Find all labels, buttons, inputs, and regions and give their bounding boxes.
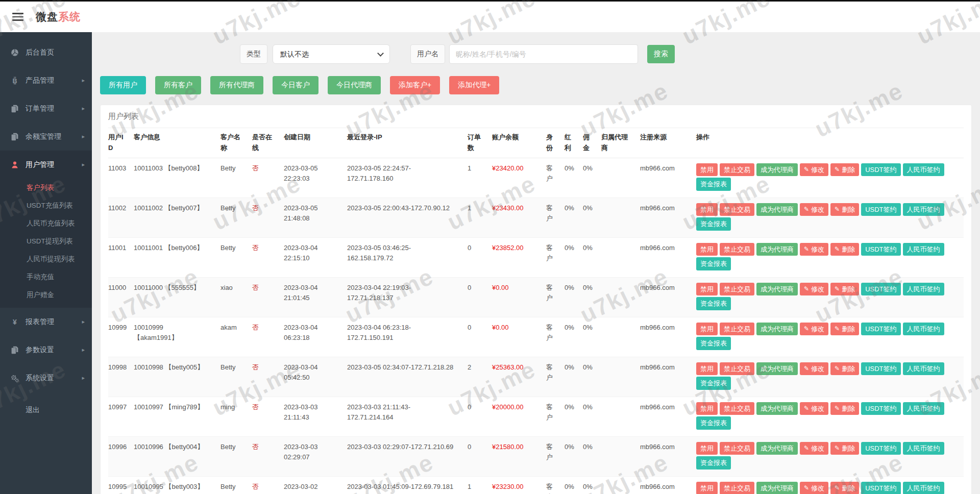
add-agent-button[interactable]: 添加代理+ [449,76,499,94]
make-agent-button[interactable]: 成为代理商 [756,283,798,296]
add-customer-button[interactable]: 添加客户+ [390,76,440,94]
ban-trade-button[interactable]: 禁止交易 [720,482,754,494]
edit-button[interactable]: ✎修改 [800,163,828,177]
make-agent-button[interactable]: 成为代理商 [756,243,798,256]
disable-button[interactable]: 禁用 [696,323,718,336]
usdt-sign-button[interactable]: USDT签约 [861,482,900,494]
funds-report-button[interactable]: 资金报表 [696,217,731,231]
funds-report-button[interactable]: 资金报表 [696,178,731,191]
sidebar-subitem-cny-withdraw-list[interactable]: 人民币提现列表 [0,250,92,268]
all-agents-button[interactable]: 所有代理商 [210,76,263,94]
search-button[interactable]: 搜索 [647,45,675,63]
usdt-sign-button[interactable]: USDT签约 [861,283,900,296]
cny-sign-button[interactable]: 人民币签约 [903,283,944,296]
disable-button[interactable]: 禁用 [696,163,718,177]
today-customers-button[interactable]: 今日客户 [273,76,318,94]
funds-report-button[interactable]: 资金报表 [696,257,731,270]
disable-button[interactable]: 禁用 [696,203,718,216]
usdt-sign-button[interactable]: USDT签约 [861,243,900,256]
delete-button[interactable]: ✎删除 [830,323,859,336]
sidebar-subitem-cny-deposit-list[interactable]: 人民币充值列表 [0,214,92,232]
cny-sign-button[interactable]: 人民币签约 [903,163,944,177]
sidebar-item-yuebao[interactable]: 余额宝管理▸ [0,122,92,151]
sidebar-subitem-usdt-withdraw-list[interactable]: USDT提现列表 [0,232,92,250]
usdt-sign-button[interactable]: USDT签约 [861,442,900,455]
sidebar-item-orders[interactable]: 订单管理▸ [0,94,92,122]
cny-sign-button[interactable]: 人民币签约 [903,362,944,376]
all-customers-button[interactable]: 所有客户 [155,76,201,94]
edit-button[interactable]: ✎修改 [800,283,828,296]
make-agent-button[interactable]: 成为代理商 [756,402,798,415]
sidebar-item-reports[interactable]: ¥报表管理▸ [0,308,92,336]
funds-report-button[interactable]: 资金报表 [696,337,731,350]
delete-button[interactable]: ✎删除 [830,283,859,296]
sidebar-subitem-user-bonus[interactable]: 用户赠金 [0,286,92,304]
menu-toggle-icon[interactable] [12,13,23,21]
usdt-sign-button[interactable]: USDT签约 [861,362,900,376]
sidebar-subitem-customer-list[interactable]: 客户列表 [0,179,92,196]
disable-button[interactable]: 禁用 [696,243,718,256]
today-agents-button[interactable]: 今日代理商 [328,76,381,94]
make-agent-button[interactable]: 成为代理商 [756,323,798,336]
make-agent-button[interactable]: 成为代理商 [756,482,798,494]
type-select[interactable]: 默认不选 [273,44,390,64]
edit-button[interactable]: ✎修改 [800,203,828,216]
usdt-sign-button[interactable]: USDT签约 [861,203,900,216]
sidebar-item-logout[interactable]: 退出 [0,396,92,424]
sidebar-item-users[interactable]: 用户管理▸ [0,151,92,179]
delete-button[interactable]: ✎删除 [830,442,859,455]
cny-sign-button[interactable]: 人民币签约 [903,323,944,336]
sidebar-item-dashboard[interactable]: 后台首页 [0,38,92,66]
disable-button[interactable]: 禁用 [696,362,718,376]
make-agent-button[interactable]: 成为代理商 [756,442,798,455]
funds-report-button[interactable]: 资金报表 [696,297,731,310]
cny-sign-button[interactable]: 人民币签约 [903,482,944,494]
edit-button[interactable]: ✎修改 [800,402,828,415]
cny-sign-button[interactable]: 人民币签约 [903,203,944,216]
make-agent-button[interactable]: 成为代理商 [756,163,798,177]
funds-report-button[interactable]: 资金报表 [696,416,731,430]
disable-button[interactable]: 禁用 [696,402,718,415]
edit-button[interactable]: ✎修改 [800,243,828,256]
ban-trade-button[interactable]: 禁止交易 [720,163,754,177]
sidebar-subitem-manual-deposit[interactable]: 手动充值 [0,268,92,286]
ban-trade-button[interactable]: 禁止交易 [720,402,754,415]
sidebar-item-products[interactable]: B产品管理▸ [0,66,92,94]
edit-button[interactable]: ✎修改 [800,482,828,494]
ban-trade-button[interactable]: 禁止交易 [720,203,754,216]
make-agent-button[interactable]: 成为代理商 [756,362,798,376]
sidebar-item-params[interactable]: 参数设置▸ [0,336,92,364]
cny-sign-button[interactable]: 人民币签约 [903,402,944,415]
delete-button[interactable]: ✎删除 [830,203,859,216]
username-input[interactable] [449,44,638,64]
ban-trade-button[interactable]: 禁止交易 [720,442,754,455]
funds-report-button[interactable]: 资金报表 [696,456,731,470]
cny-sign-button[interactable]: 人民币签约 [903,243,944,256]
cny-sign-button[interactable]: 人民币签约 [903,442,944,455]
cell-orders: 0 [468,397,492,436]
disable-button[interactable]: 禁用 [696,442,718,455]
ban-trade-button[interactable]: 禁止交易 [720,323,754,336]
actions-line-2: 资金报表 [696,297,958,312]
all-users-button[interactable]: 所有用户 [100,76,146,94]
ban-trade-button[interactable]: 禁止交易 [720,283,754,296]
disable-button[interactable]: 禁用 [696,482,718,494]
delete-button[interactable]: ✎删除 [830,402,859,415]
sidebar-subitem-usdt-deposit-list[interactable]: USDT充值列表 [0,196,92,214]
usdt-sign-button[interactable]: USDT签约 [861,163,900,177]
funds-report-button[interactable]: 资金报表 [696,377,731,390]
disable-button[interactable]: 禁用 [696,283,718,296]
delete-button[interactable]: ✎删除 [830,243,859,256]
sidebar-item-system[interactable]: 系统设置▸ [0,364,92,392]
ban-trade-button[interactable]: 禁止交易 [720,362,754,376]
usdt-sign-button[interactable]: USDT签约 [861,323,900,336]
usdt-sign-button[interactable]: USDT签约 [861,402,900,415]
edit-button[interactable]: ✎修改 [800,442,828,455]
delete-button[interactable]: ✎删除 [830,362,859,376]
make-agent-button[interactable]: 成为代理商 [756,203,798,216]
delete-button[interactable]: ✎删除 [830,163,859,177]
edit-button[interactable]: ✎修改 [800,323,828,336]
edit-button[interactable]: ✎修改 [800,362,828,376]
ban-trade-button[interactable]: 禁止交易 [720,243,754,256]
delete-button[interactable]: ✎删除 [830,482,859,494]
